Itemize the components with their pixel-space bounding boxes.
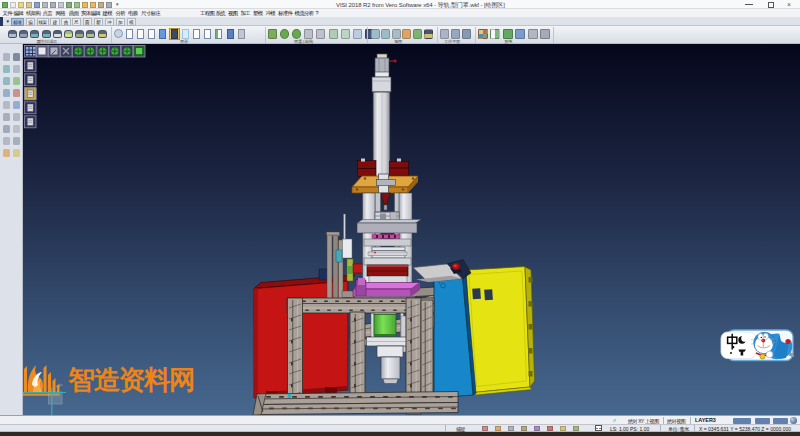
svg-text:智造资料网: 智造资料网 bbox=[68, 365, 195, 395]
